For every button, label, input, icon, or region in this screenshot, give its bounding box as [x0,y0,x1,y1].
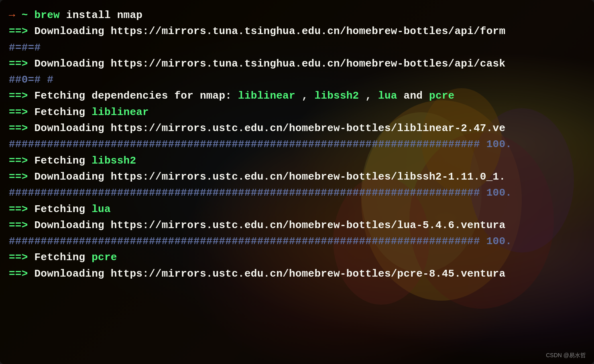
fetch-liblinear-name: liblinear [92,106,149,118]
output-text: Downloading https://mirrors.tuna.tsinghu… [34,25,505,37]
terminal-line-progress-1: #=#=# [9,40,585,56]
dl-lua-url: Downloading https://mirrors.ustc.edu.cn/… [34,219,505,231]
progress-hash-2: ##0=# # [9,74,53,86]
progress-bar-2: ########################################… [9,187,512,199]
fetching-text-3: Fetching [34,203,92,215]
terminal-line-command: → ~ brew install nmap [9,7,585,23]
fetch-pcre-name: pcre [92,251,117,263]
output-arrow-6: ==> [9,155,34,167]
terminal-line-bar-1: ########################################… [9,136,585,152]
terminal-line-bar-2: ########################################… [9,185,585,201]
watermark: CSDN @易水哲 [546,352,586,359]
terminal-line-dl-liblinear: ==> Downloading https://mirrors.ustc.edu… [9,120,585,136]
output-arrow-9: ==> [9,219,34,231]
tilde-home: ~ [22,9,35,21]
brew-command: brew [34,9,59,21]
dl-pcre-url: Downloading https://mirrors.ustc.edu.cn/… [34,268,505,280]
dep-liblinear: liblinear [238,90,295,102]
progress-hash: #=#=# [9,42,41,54]
terminal-line-progress-2: ##0=# # [9,72,585,88]
terminal-line-fetch-lua: ==> Fetching lua [9,201,585,217]
terminal-window: → ~ brew install nmap ==> Downloading ht… [0,0,594,364]
and-text: and [404,90,429,102]
fetching-text-4: Fetching [34,251,92,263]
install-args: install nmap [66,9,142,21]
terminal-line-download-cask: ==> Downloading https://mirrors.tuna.tsi… [9,56,585,72]
output-arrow-11: ==> [9,268,34,280]
progress-bar-1: ########################################… [9,138,512,150]
output-arrow-4: ==> [9,106,34,118]
output-arrow-7: ==> [9,171,34,183]
terminal-line-deps: ==> Fetching dependencies for nmap: libl… [9,88,585,104]
fetch-libssh2-name: libssh2 [92,155,136,167]
output-arrow-5: ==> [9,122,34,134]
terminal-line-fetch-liblinear: ==> Fetching liblinear [9,104,585,120]
arrow-icon: → [9,9,15,21]
output-text-2: Downloading https://mirrors.tuna.tsinghu… [34,58,505,70]
output-arrow: ==> [9,25,34,37]
terminal-line-fetch-libssh2: ==> Fetching libssh2 [9,153,585,169]
output-arrow-8: ==> [9,203,34,215]
progress-bar-3: ########################################… [9,235,512,247]
dep-libssh2: libssh2 [314,90,359,102]
terminal-line-dl-lua: ==> Downloading https://mirrors.ustc.edu… [9,217,585,233]
dl-libssh2-url: Downloading https://mirrors.ustc.edu.cn/… [34,171,505,183]
dl-liblinear-url: Downloading https://mirrors.ustc.edu.cn/… [34,122,505,134]
terminal-line-dl-pcre: ==> Downloading https://mirrors.ustc.edu… [9,266,585,282]
comma-2: , [365,90,378,102]
fetching-text-1: Fetching [34,106,92,118]
terminal-line-download-form: ==> Downloading https://mirrors.tuna.tsi… [9,23,585,39]
output-arrow-3: ==> [9,90,34,102]
comma-1: , [302,90,315,102]
terminal-content: → ~ brew install nmap ==> Downloading ht… [0,0,594,364]
output-arrow-2: ==> [9,58,34,70]
fetching-deps-text: Fetching dependencies for nmap: [34,90,238,102]
fetching-text-2: Fetching [34,155,92,167]
terminal-line-fetch-pcre: ==> Fetching pcre [9,249,585,265]
output-arrow-10: ==> [9,251,34,263]
fetch-lua-name: lua [92,203,111,215]
dep-lua: lua [378,90,397,102]
terminal-line-bar-3: ########################################… [9,233,585,249]
terminal-line-dl-libssh2: ==> Downloading https://mirrors.ustc.edu… [9,169,585,185]
dep-pcre: pcre [429,90,454,102]
